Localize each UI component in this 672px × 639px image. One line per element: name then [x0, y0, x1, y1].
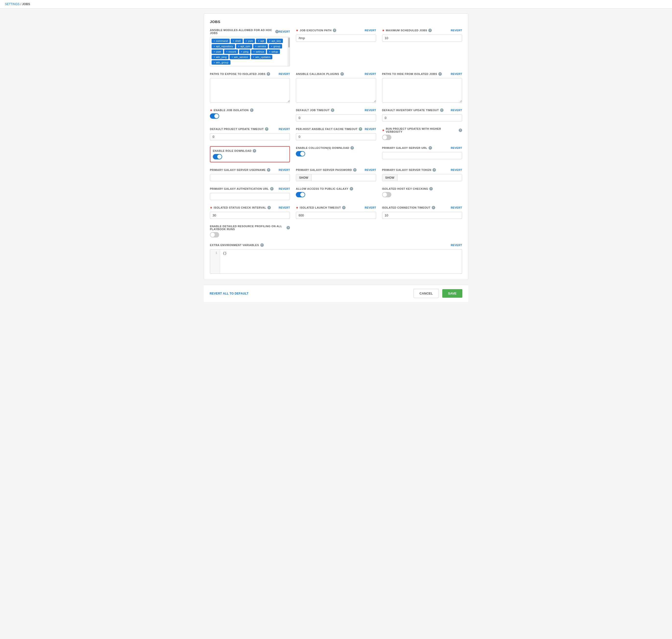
code-content[interactable]: {} — [220, 249, 462, 274]
enable-collections-download-help-icon[interactable]: ? — [350, 146, 354, 150]
enable-role-download-toggle[interactable] — [213, 154, 222, 159]
primary-galaxy-server-token-input[interactable] — [397, 174, 462, 181]
job-execution-path-revert[interactable]: REVERT — [365, 29, 376, 32]
job-execution-path-label: JOB EXECUTION PATH — [300, 29, 332, 32]
tag-apt-rpm[interactable]: ×apt_rpm — [236, 44, 252, 48]
primary-galaxy-server-password-input[interactable] — [311, 174, 376, 181]
allow-access-public-galaxy-help-icon[interactable]: ? — [350, 187, 353, 190]
default-inventory-update-timeout-revert[interactable]: REVERT — [451, 109, 462, 112]
enable-detailed-resource-profiling-toggle[interactable] — [210, 232, 219, 237]
default-inventory-update-timeout-input[interactable]: 0 — [382, 114, 462, 122]
tag-win-updates[interactable]: ×win_updates — [251, 55, 273, 59]
isolated-launch-timeout-help-icon[interactable]: ? — [342, 206, 346, 209]
tag-mount[interactable]: ×mount — [224, 49, 238, 54]
tag-apt[interactable]: ×apt — [256, 39, 266, 43]
primary-galaxy-server-url-revert[interactable]: REVERT — [451, 146, 462, 149]
tag-apt-repository[interactable]: ×apt_repository — [212, 44, 235, 48]
tag-setup[interactable]: ×setup — [267, 49, 280, 54]
required-star-max-jobs: ★ — [382, 29, 385, 32]
isolated-status-check-interval-input[interactable]: 30 — [210, 212, 290, 219]
tag-win-group[interactable]: ×win_group — [212, 60, 230, 65]
isolated-host-key-checking-toggle[interactable] — [382, 192, 391, 197]
allow-access-public-galaxy-toggle[interactable] — [296, 192, 305, 197]
primary-galaxy-server-username-help-icon[interactable]: ? — [267, 168, 270, 172]
max-scheduled-jobs-input[interactable]: 10 — [382, 34, 462, 42]
extra-environment-variables-revert[interactable]: REVERT — [451, 244, 462, 247]
ansible-callback-plugins-revert[interactable]: REVERT — [365, 73, 376, 75]
paths-to-hide-input[interactable] — [382, 78, 462, 103]
tag-command[interactable]: ×command — [212, 39, 230, 43]
ansible-modules-tags[interactable]: ×command ×shell ×yum ×apt ×apt_key ×apt_… — [210, 37, 290, 66]
max-scheduled-jobs-help-icon[interactable]: ? — [428, 29, 432, 32]
max-scheduled-jobs-field: ★ MAXIMUM SCHEDULED JOBS ? REVERT 10 — [382, 29, 462, 66]
primary-galaxy-server-password-show-btn[interactable]: SHOW — [296, 174, 311, 181]
paths-to-expose-input[interactable] — [210, 78, 290, 103]
isolated-status-check-interval-revert[interactable]: REVERT — [279, 206, 290, 209]
primary-galaxy-server-password-help-icon[interactable]: ? — [353, 168, 356, 172]
ansible-callback-plugins-input[interactable] — [296, 78, 376, 103]
isolated-status-check-interval-help-icon[interactable]: ? — [268, 206, 271, 209]
run-project-updates-verbosity-toggle[interactable] — [382, 135, 391, 140]
tag-win-service[interactable]: ×win_service — [229, 55, 250, 59]
per-host-fact-cache-timeout-help-icon[interactable]: ? — [359, 127, 362, 131]
run-project-updates-verbosity-help-icon[interactable]: ? — [459, 128, 462, 132]
cancel-button[interactable]: CANCEL — [413, 289, 439, 298]
default-inventory-update-timeout-help-icon[interactable]: ? — [440, 108, 443, 112]
primary-galaxy-server-url-help-icon[interactable]: ? — [429, 146, 432, 150]
ansible-callback-plugins-help-icon[interactable]: ? — [340, 72, 344, 76]
breadcrumb-settings-link[interactable]: SETTINGS — [5, 2, 19, 6]
primary-galaxy-server-url-input[interactable] — [382, 152, 462, 159]
primary-galaxy-auth-url-input[interactable] — [210, 193, 290, 200]
primary-galaxy-server-username-input[interactable] — [210, 174, 290, 181]
tag-ping[interactable]: ×ping — [239, 49, 250, 54]
tag-apt-key[interactable]: ×apt_key — [267, 39, 282, 43]
tag-selinux[interactable]: ×selinux — [251, 49, 266, 54]
isolated-connection-timeout-help-icon[interactable]: ? — [432, 206, 435, 209]
enable-role-download-help-icon[interactable]: ? — [253, 149, 256, 153]
job-execution-path-help-icon[interactable]: ? — [333, 29, 336, 32]
default-project-update-timeout-revert[interactable]: REVERT — [279, 127, 290, 130]
paths-to-expose-revert[interactable]: REVERT — [279, 73, 290, 75]
isolated-host-key-checking-help-icon[interactable]: ? — [429, 187, 433, 190]
enable-collections-download-toggle[interactable] — [296, 151, 305, 156]
default-project-update-timeout-input[interactable]: 0 — [210, 133, 290, 140]
per-host-fact-cache-timeout-revert[interactable]: REVERT — [365, 127, 376, 130]
default-job-timeout-revert[interactable]: REVERT — [365, 109, 376, 112]
primary-galaxy-server-username-revert[interactable]: REVERT — [279, 169, 290, 171]
tag-win-ping[interactable]: ×win_ping — [212, 55, 229, 59]
tag-group[interactable]: ×group — [269, 44, 282, 48]
primary-galaxy-auth-url-help-icon[interactable]: ? — [270, 187, 274, 190]
revert-all-to-default-button[interactable]: REVERT ALL TO DEFAULT — [210, 292, 248, 295]
per-host-fact-cache-timeout-input[interactable]: 0 — [296, 133, 376, 140]
paths-to-hide-help-icon[interactable]: ? — [438, 72, 442, 76]
primary-galaxy-server-token-revert[interactable]: REVERT — [451, 169, 462, 171]
default-project-update-timeout-help-icon[interactable]: ? — [265, 127, 269, 131]
tag-service[interactable]: ×service — [253, 44, 268, 48]
default-job-timeout-input[interactable]: 0 — [296, 114, 376, 122]
enable-detailed-resource-profiling-help-icon[interactable]: ? — [287, 226, 290, 229]
tag-yum[interactable]: ×yum — [244, 39, 255, 43]
ansible-modules-revert[interactable]: REVERT — [279, 30, 290, 33]
tag-shell[interactable]: ×shell — [231, 39, 242, 43]
extra-environment-variables-help-icon[interactable]: ? — [260, 243, 264, 247]
paths-to-hide-revert[interactable]: REVERT — [451, 73, 462, 75]
tag-user[interactable]: ×user — [212, 49, 223, 54]
enable-job-isolation-help-icon[interactable]: ? — [250, 108, 254, 112]
isolated-launch-timeout-input[interactable]: 600 — [296, 212, 376, 219]
allow-access-public-galaxy-field: ALLOW ACCESS TO PUBLIC GALAXY ? — [296, 187, 376, 200]
default-job-timeout-help-icon[interactable]: ? — [331, 108, 334, 112]
extra-environment-variables-editor[interactable]: 1 {} — [210, 249, 462, 274]
primary-galaxy-server-password-revert[interactable]: REVERT — [365, 169, 376, 171]
max-scheduled-jobs-revert[interactable]: REVERT — [451, 29, 462, 32]
primary-galaxy-server-token-help-icon[interactable]: ? — [432, 168, 436, 172]
isolated-connection-timeout-revert[interactable]: REVERT — [451, 206, 462, 209]
job-execution-path-input[interactable]: /tmp — [296, 34, 376, 42]
isolated-launch-timeout-revert[interactable]: REVERT — [365, 206, 376, 209]
ansible-modules-help-icon[interactable]: ? — [275, 30, 279, 33]
isolated-connection-timeout-input[interactable]: 10 — [382, 212, 462, 219]
save-button[interactable]: SAVE — [442, 289, 462, 298]
primary-galaxy-server-token-show-btn[interactable]: SHOW — [382, 174, 397, 181]
enable-job-isolation-toggle[interactable] — [210, 113, 219, 119]
paths-to-expose-help-icon[interactable]: ? — [267, 72, 270, 76]
primary-galaxy-auth-url-revert[interactable]: REVERT — [279, 187, 290, 190]
